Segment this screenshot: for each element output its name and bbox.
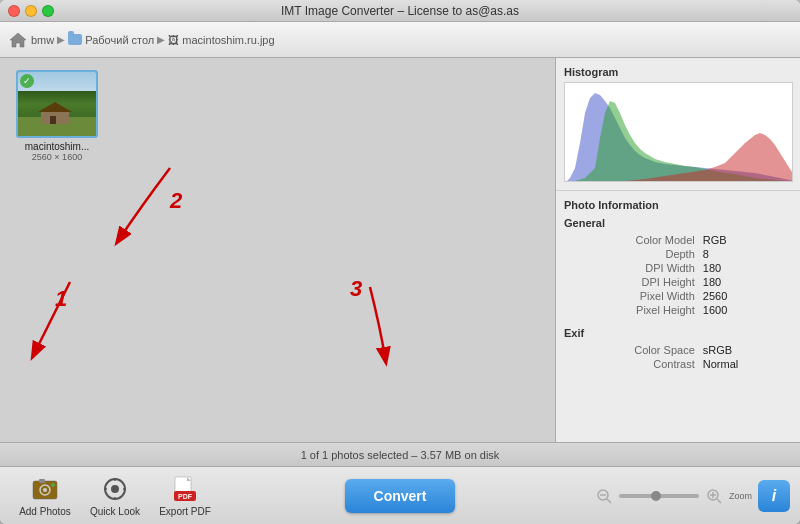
main-content: ✓ macintoshim... 2560 × 1600 [0, 58, 800, 442]
exif-label: Exif [564, 327, 792, 339]
field-value: 180 [701, 261, 792, 275]
zoom-slider-thumb [651, 491, 661, 501]
exif-table: Color Space sRGB Contrast Normal [564, 343, 792, 371]
field-value: 180 [701, 275, 792, 289]
table-row: Pixel Height 1600 [564, 303, 792, 317]
field-value: RGB [701, 233, 792, 247]
table-row: Contrast Normal [564, 357, 792, 371]
field-key: Pixel Height [564, 303, 701, 317]
convert-button[interactable]: Convert [345, 479, 455, 513]
bottom-right: Zoom i [595, 480, 790, 512]
window-title: IMT Image Converter – License to as@as.a… [281, 4, 519, 18]
svg-line-25 [717, 499, 721, 503]
image-dimensions: 2560 × 1600 [32, 152, 82, 162]
general-label: General [564, 217, 792, 229]
field-key: DPI Height [564, 275, 701, 289]
breadcrumb-file[interactable]: 🖼 macintoshim.ru.jpg [168, 34, 274, 46]
general-table: Color Model RGB Depth 8 DPI Width 180 DP… [564, 233, 792, 317]
breadcrumb-folder[interactable]: Рабочий стол [68, 34, 154, 46]
table-row: DPI Height 180 [564, 275, 792, 289]
field-key: Color Model [564, 233, 701, 247]
image-grid: ✓ macintoshim... 2560 × 1600 [0, 58, 555, 174]
info-button[interactable]: i [758, 480, 790, 512]
image-name: macintoshim... [25, 141, 89, 152]
info-section: Photo Information General Color Model RG… [556, 191, 800, 442]
arrow-1-svg [20, 272, 100, 362]
quick-look-label: Quick Look [90, 506, 140, 517]
field-value: 2560 [701, 289, 792, 303]
field-key: Color Space [564, 343, 701, 357]
table-row: Color Space sRGB [564, 343, 792, 357]
zoom-slider[interactable] [619, 494, 699, 498]
table-row: Depth 8 [564, 247, 792, 261]
table-row: Pixel Width 2560 [564, 289, 792, 303]
title-bar: IMT Image Converter – License to as@as.a… [0, 0, 800, 22]
right-panel: Histogram Photo Informatio [555, 58, 800, 442]
image-list-panel: ✓ macintoshim... 2560 × 1600 [0, 58, 555, 442]
histogram-canvas [564, 82, 793, 182]
add-photos-label: Add Photos [19, 506, 71, 517]
add-photos-icon [31, 475, 59, 503]
app-window: IMT Image Converter – License to as@as.a… [0, 0, 800, 524]
folder-icon [68, 34, 82, 45]
export-pdf-button[interactable]: PDF Export PDF [150, 471, 220, 521]
file-icon: 🖼 [168, 34, 179, 46]
field-value: 8 [701, 247, 792, 261]
toolbar: bmw ▶ Рабочий стол ▶ 🖼 macintoshim.ru.jp… [0, 22, 800, 58]
breadcrumb-sep-2: ▶ [157, 34, 165, 45]
field-value: sRGB [701, 343, 792, 357]
field-key: Depth [564, 247, 701, 261]
minimize-button[interactable] [25, 5, 37, 17]
histogram-svg [565, 83, 793, 182]
field-key: Pixel Width [564, 289, 701, 303]
annotation-2: 2 [170, 188, 182, 214]
svg-marker-0 [10, 33, 26, 47]
home-icon[interactable] [8, 31, 28, 49]
breadcrumb-sep-1: ▶ [57, 34, 65, 45]
svg-point-7 [43, 488, 47, 492]
zoom-label: Zoom [729, 491, 752, 501]
zoom-out-icon [595, 487, 613, 505]
breadcrumb: bmw ▶ Рабочий стол ▶ 🖼 macintoshim.ru.jp… [8, 31, 275, 49]
add-photos-button[interactable]: Add Photos [10, 471, 80, 521]
table-row: DPI Width 180 [564, 261, 792, 275]
quick-look-icon [101, 475, 129, 503]
field-key: Contrast [564, 357, 701, 371]
breadcrumb-home[interactable]: bmw [31, 34, 54, 46]
svg-text:PDF: PDF [178, 493, 193, 500]
table-row: Color Model RGB [564, 233, 792, 247]
histogram-label: Histogram [564, 66, 792, 78]
export-pdf-icon: PDF [171, 475, 199, 503]
close-button[interactable] [8, 5, 20, 17]
field-key: DPI Width [564, 261, 701, 275]
check-badge: ✓ [20, 74, 34, 88]
info-title: Photo Information [564, 199, 792, 211]
export-pdf-label: Export PDF [159, 506, 211, 517]
maximize-button[interactable] [42, 5, 54, 17]
annotation-3: 3 [350, 276, 362, 302]
bottom-toolbar: Add Photos Quick Look [0, 466, 800, 524]
svg-point-12 [111, 485, 119, 493]
list-item[interactable]: ✓ macintoshim... 2560 × 1600 [12, 70, 102, 162]
histogram-section: Histogram [556, 58, 800, 191]
svg-line-22 [607, 499, 611, 503]
field-value: Normal [701, 357, 792, 371]
image-thumbnail-wrapper: ✓ [16, 70, 98, 138]
annotation-1: 1 [55, 286, 67, 312]
svg-rect-8 [39, 479, 45, 483]
info-icon: i [772, 487, 776, 505]
window-controls [8, 5, 54, 17]
quick-look-button[interactable]: Quick Look [80, 471, 150, 521]
status-bar: 1 of 1 photos selected – 3.57 MB on disk [0, 442, 800, 466]
arrow-3-svg [330, 277, 410, 367]
field-value: 1600 [701, 303, 792, 317]
status-text: 1 of 1 photos selected – 3.57 MB on disk [301, 449, 500, 461]
zoom-in-icon [705, 487, 723, 505]
